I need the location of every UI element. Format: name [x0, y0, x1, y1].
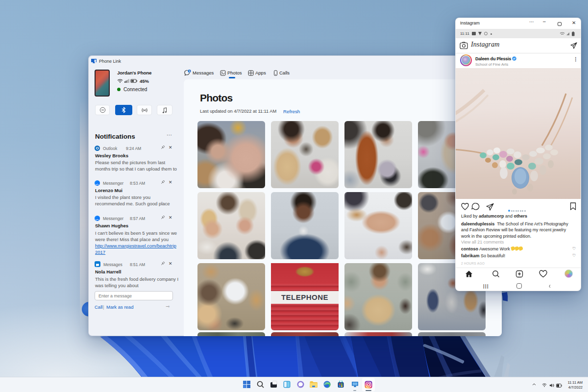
svg-text:1: 1 [189, 70, 190, 73]
